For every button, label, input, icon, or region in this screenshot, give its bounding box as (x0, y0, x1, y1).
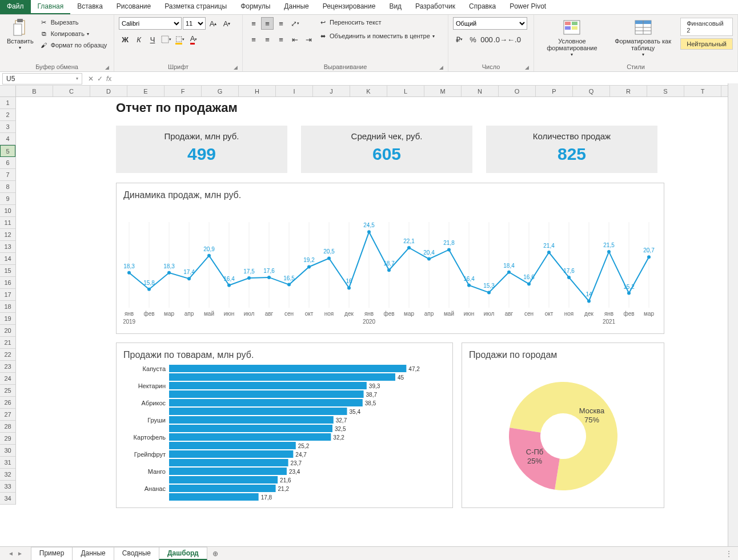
col-header[interactable]: H (239, 86, 276, 96)
wrap-text-button[interactable]: ↩Переносить текст (318, 17, 435, 27)
col-header[interactable]: I (276, 86, 313, 96)
col-header[interactable]: O (499, 86, 536, 96)
fx-icon[interactable]: fx (106, 75, 111, 83)
font-name-select[interactable]: Calibri (119, 17, 182, 30)
font-color-button[interactable]: A▾ (187, 33, 200, 46)
row-header[interactable]: 1 (0, 97, 15, 109)
row-header[interactable]: 11 (0, 217, 15, 229)
bar-chart[interactable]: Продажи по товарам, млн руб. 47,2Капуста… (116, 343, 453, 508)
col-header[interactable]: K (350, 86, 387, 96)
ribbon-tab-Power Pivot[interactable]: Power Pivot (503, 0, 553, 14)
dialog-launcher-icon[interactable]: ◢ (525, 65, 529, 70)
row-header[interactable]: 22 (0, 349, 15, 361)
align-middle-button[interactable]: ≡ (261, 17, 274, 30)
borders-button[interactable]: ▾ (160, 33, 173, 46)
sheet-tab-Данные[interactable]: Данные (72, 547, 114, 560)
row-header[interactable]: 25 (0, 385, 15, 397)
col-header[interactable]: T (684, 86, 721, 96)
col-header[interactable]: P (536, 86, 573, 96)
sheet-tab-Пример[interactable]: Пример (31, 547, 73, 560)
name-box[interactable]: U5▾ (2, 73, 82, 84)
row-header[interactable]: 31 (0, 457, 15, 469)
row-header[interactable]: 14 (0, 253, 15, 265)
row-header[interactable]: 8 (0, 181, 15, 193)
decrease-font-button[interactable]: A▾ (220, 17, 233, 30)
sheet-tab-Сводные[interactable]: Сводные (114, 547, 159, 560)
comma-button[interactable]: 000 (480, 33, 493, 46)
col-header[interactable]: J (313, 86, 350, 96)
orientation-button[interactable]: ⤢▾ (288, 17, 301, 30)
align-bottom-button[interactable]: ≡ (275, 17, 287, 30)
paste-button[interactable]: Вставить▾ (5, 17, 36, 52)
select-all-corner[interactable] (0, 86, 16, 96)
ribbon-tab-Рисование[interactable]: Рисование (110, 0, 158, 14)
col-header[interactable]: L (387, 86, 424, 96)
row-header[interactable]: 13 (0, 241, 15, 253)
format-as-table-button[interactable]: Форматировать как таблицу▾ (609, 17, 677, 59)
row-header[interactable]: 16 (0, 277, 15, 289)
pie-chart[interactable]: Продажи по городам Москва75%С-Пб25% (462, 343, 664, 508)
increase-indent-button[interactable]: ⇥ (302, 33, 315, 46)
row-header[interactable]: 30 (0, 445, 15, 457)
row-header[interactable]: 19 (0, 313, 15, 325)
formula-input[interactable] (115, 73, 738, 84)
ribbon-tab-Вставка[interactable]: Вставка (70, 0, 110, 14)
row-header[interactable]: 5 (0, 145, 15, 157)
dialog-launcher-icon[interactable]: ◢ (439, 65, 443, 70)
ribbon-tab-Справка[interactable]: Справка (462, 0, 503, 14)
align-right-button[interactable]: ≡ (275, 33, 287, 46)
ribbon-tab-Формулы[interactable]: Формулы (234, 0, 277, 14)
sheet-menu-icon[interactable]: ⋮ (720, 550, 738, 558)
row-header[interactable]: 3 (0, 121, 15, 133)
align-left-button[interactable]: ≡ (247, 33, 260, 46)
row-header[interactable]: 18 (0, 301, 15, 313)
col-header[interactable]: B (16, 86, 53, 96)
format-painter-button[interactable]: 🖌Формат по образцу (39, 40, 107, 50)
row-header[interactable]: 34 (0, 493, 15, 505)
cells-area[interactable]: Отчет по продажам Продажи, млн руб.499Ср… (16, 97, 738, 531)
sheet-next-icon[interactable]: ► (17, 550, 23, 557)
merge-center-button[interactable]: ⬌Объединить и поместить в центре ▾ (318, 31, 435, 41)
row-header[interactable]: 23 (0, 361, 15, 373)
col-header[interactable]: N (462, 86, 499, 96)
row-header[interactable]: 28 (0, 421, 15, 433)
align-top-button[interactable]: ≡ (247, 17, 260, 30)
currency-button[interactable]: ₽▾ (453, 33, 466, 46)
col-header[interactable]: C (53, 86, 90, 96)
row-header[interactable]: 27 (0, 409, 15, 421)
row-header[interactable]: 29 (0, 433, 15, 445)
row-header[interactable]: 12 (0, 229, 15, 241)
increase-decimal-button[interactable]: .0→ (494, 33, 507, 46)
ribbon-tab-Разметка страницы[interactable]: Разметка страницы (158, 0, 234, 14)
sheet-tab-Дашборд[interactable]: Дашборд (159, 547, 207, 560)
row-header[interactable]: 7 (0, 169, 15, 181)
col-header[interactable]: M (424, 86, 462, 96)
ribbon-tab-Рецензирование[interactable]: Рецензирование (316, 0, 383, 14)
col-header[interactable]: S (647, 86, 684, 96)
row-header[interactable]: 6 (0, 157, 15, 169)
vertical-scrollbar[interactable] (728, 83, 738, 546)
conditional-formatting-button[interactable]: Условное форматирование▾ (539, 17, 605, 59)
col-header[interactable]: F (165, 86, 202, 96)
row-header[interactable]: 32 (0, 469, 15, 481)
cell-style-neutral[interactable]: Нейтральный (680, 38, 733, 50)
percent-button[interactable]: % (467, 33, 479, 46)
ribbon-tab-Вид[interactable]: Вид (382, 0, 408, 14)
number-format-select[interactable]: Общий (453, 17, 527, 30)
add-sheet-button[interactable]: ⊕ (207, 550, 224, 558)
row-header[interactable]: 21 (0, 337, 15, 349)
decrease-indent-button[interactable]: ⇤ (288, 33, 301, 46)
line-chart[interactable]: Динамика продаж, млн руб. 18,315,818,317… (116, 183, 664, 334)
row-header[interactable]: 4 (0, 133, 15, 145)
enter-formula-icon[interactable]: ✓ (97, 75, 103, 83)
copy-button[interactable]: ⧉Копировать ▾ (39, 29, 107, 39)
font-size-select[interactable]: 11 (183, 17, 206, 30)
cell-style-financial[interactable]: Финансовый 2 (680, 18, 733, 36)
dialog-launcher-icon[interactable]: ◢ (234, 65, 238, 70)
row-header[interactable]: 20 (0, 325, 15, 337)
col-header[interactable]: Q (573, 86, 610, 96)
ribbon-tab-Данные[interactable]: Данные (277, 0, 315, 14)
row-header[interactable]: 17 (0, 289, 15, 301)
dialog-launcher-icon[interactable]: ◢ (105, 65, 109, 70)
underline-button[interactable]: Ч (146, 33, 159, 46)
